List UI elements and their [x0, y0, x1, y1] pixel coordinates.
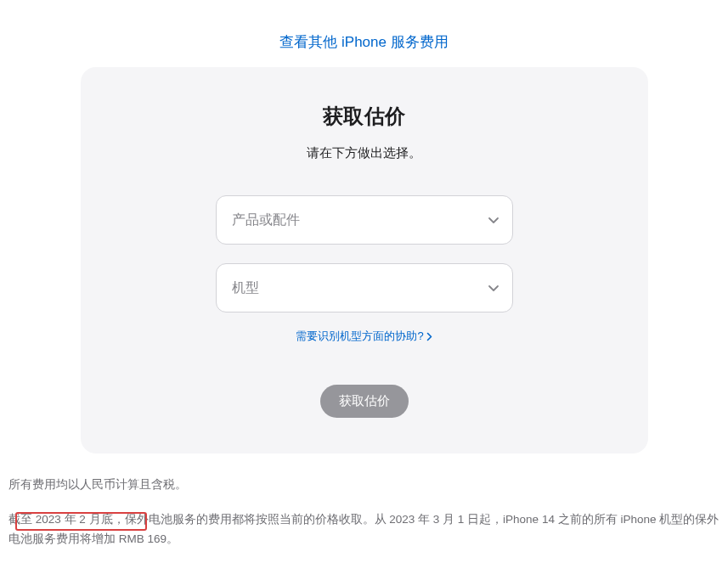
help-link-text: 需要识别机型方面的协助?: [296, 329, 423, 344]
identify-model-help-link[interactable]: 需要识别机型方面的协助?: [296, 329, 432, 344]
selects-container: 产品或配件 机型: [115, 195, 614, 312]
model-select-wrapper: 机型: [216, 263, 513, 312]
submit-container: 获取估价: [115, 385, 614, 418]
model-select-placeholder: 机型: [232, 279, 259, 297]
get-estimate-button[interactable]: 获取估价: [320, 385, 409, 418]
product-select[interactable]: 产品或配件: [216, 195, 513, 245]
card-subtitle: 请在下方做出选择。: [115, 145, 614, 161]
footnotes: 所有费用均以人民币计算且含税。 截至 2023 年 2 月底，保外电池服务的费用…: [0, 453, 728, 549]
help-link-container: 需要识别机型方面的协助?: [115, 328, 614, 344]
footnote-currency: 所有费用均以人民币计算且含税。: [8, 476, 720, 495]
model-select[interactable]: 机型: [216, 263, 513, 312]
product-select-placeholder: 产品或配件: [232, 211, 300, 229]
product-select-wrapper: 产品或配件: [216, 195, 513, 245]
other-services-link[interactable]: 查看其他 iPhone 服务费用: [279, 34, 448, 50]
chevron-right-icon: [426, 332, 432, 341]
card-title: 获取估价: [115, 103, 614, 130]
footnote-price-change: 截至 2023 年 2 月底，保外电池服务的费用都将按照当前的价格收取。从 20…: [8, 510, 720, 549]
estimate-card: 获取估价 请在下方做出选择。 产品或配件 机型 需: [81, 67, 648, 453]
top-link-container: 查看其他 iPhone 服务费用: [0, 0, 728, 67]
